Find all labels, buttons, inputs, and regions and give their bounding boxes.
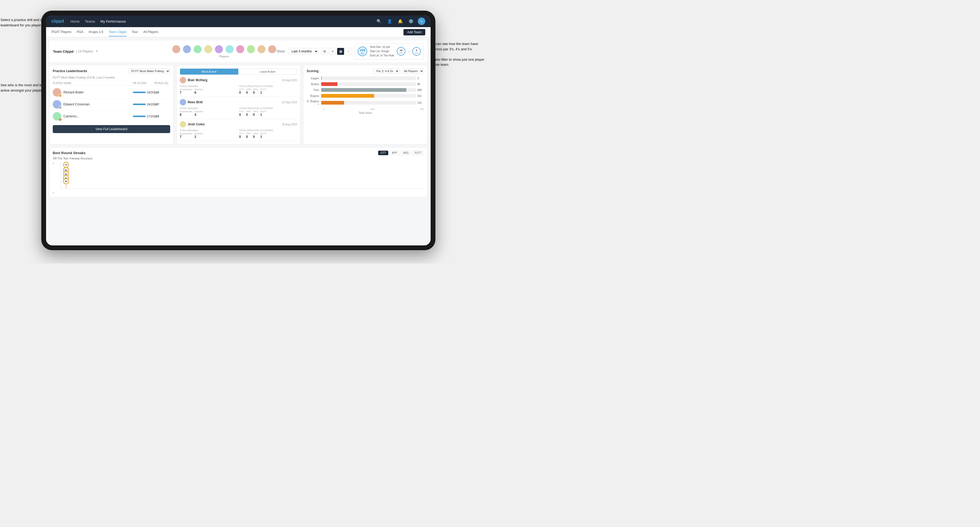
team-header: Team Clippd | 14 Players ✎ xyxy=(49,40,428,62)
shot-badge: 198 SC xyxy=(358,46,367,56)
list-view-btn[interactable]: ≡ xyxy=(329,48,336,55)
ott-col-3: OTT 0 xyxy=(239,132,244,139)
players-filter-select[interactable]: All Players xyxy=(401,68,424,74)
bar-track-pars xyxy=(321,88,416,92)
stat-total-rounds-3: Total Rounds Tournament 7 Practice 2 xyxy=(180,129,237,139)
player-avatar[interactable] xyxy=(193,45,202,54)
add-team-button[interactable]: Add Team xyxy=(403,29,425,35)
shot-details: Shot Dist: 16 yds Start Lie: Rough End L… xyxy=(370,45,394,58)
activity-tabs: Most Active Least Active xyxy=(180,68,297,75)
player-avatar[interactable] xyxy=(172,45,181,54)
bottom-filter-btns: OTT APP ARG PUTT xyxy=(378,151,424,155)
stat-total-rounds-2: Total Rounds Tournament 8 Practice 4 xyxy=(180,107,237,117)
medal-badge-3: 3 xyxy=(59,118,62,121)
tab-most-active[interactable]: Most Active xyxy=(180,69,238,75)
user-avatar[interactable]: U xyxy=(418,17,425,25)
subnav-pga[interactable]: PGA xyxy=(77,28,83,37)
filter-putt[interactable]: PUTT xyxy=(412,151,424,155)
filter-app[interactable]: APP xyxy=(389,151,399,155)
leaderboard-table-header: PLAYER NAME PB SCORE PB AVG SQ xyxy=(53,81,170,86)
app-col-1: APP 0 xyxy=(246,88,251,94)
filter-ott[interactable]: OTT xyxy=(378,151,388,155)
player-avatar[interactable] xyxy=(268,45,277,54)
stat-total-rounds-1: Total Rounds Tournament 7 Practice 6 xyxy=(180,85,237,94)
subnav-all-players[interactable]: All Players xyxy=(143,28,158,37)
stat-practice-activities-1: Total Practice Activities OTT 0 APP 0 xyxy=(239,85,297,94)
app-col-2: APP 0 xyxy=(246,110,251,117)
par-filter-select[interactable]: Par 3, 4 & 5s Par 3s Par 4s Par 5s xyxy=(373,68,399,74)
player-name-2: Edward Crossman xyxy=(64,103,90,106)
player-avatar[interactable] xyxy=(236,45,245,54)
avg-sq-3: 103 xyxy=(154,115,170,118)
activity-date-1: 26 Aug 2023 xyxy=(282,79,297,82)
subnav-pgat[interactable]: PGAT Players xyxy=(51,28,72,37)
rounds-cols-2: Tournament 8 Practice 4 xyxy=(180,110,237,117)
player-avatar[interactable] xyxy=(204,45,213,54)
lb-avatar-2: 2 xyxy=(53,100,61,109)
activity-row-3: Josh Coles 26 Aug 2023 Total Rounds Tour… xyxy=(180,119,297,141)
tournament-col-3: Tournament 7 xyxy=(180,132,192,139)
avg-sq-1: 110 xyxy=(154,91,170,94)
grid-view-btn[interactable]: ⊞ xyxy=(321,48,328,55)
tournament-col-2: Tournament 8 xyxy=(180,110,192,117)
shot-circle-2: 0 yds xyxy=(412,47,421,56)
player-avatar[interactable] xyxy=(225,45,234,54)
bar-label-bogeys: Bogeys xyxy=(307,94,321,97)
ott-col-2: OTT 0 xyxy=(239,110,244,117)
sort-btn[interactable]: ↕ xyxy=(345,48,352,55)
bar-fill-birdies xyxy=(321,82,337,86)
player-avatar[interactable] xyxy=(215,45,223,54)
edit-icon[interactable]: ✎ xyxy=(95,49,98,53)
nav-item-teams[interactable]: Teams xyxy=(85,18,95,24)
subnav-team-clippd[interactable]: Team Clippd xyxy=(109,28,126,37)
show-select[interactable]: Last 3 months Last 6 months Last year xyxy=(288,48,318,55)
practice-activity-cols-2: OTT 0 APP 0 ARG 0 xyxy=(239,110,297,117)
leaderboard-row-2: 2 Edward Crossman 18/20 107 xyxy=(53,98,170,110)
bar-label-pars: Pars xyxy=(307,89,321,92)
user-icon-btn[interactable]: 👤 xyxy=(386,17,393,25)
player-avatars xyxy=(172,45,277,54)
tab-least-active[interactable]: Least Active xyxy=(238,69,297,75)
putt-col-2: PUTT 1 xyxy=(261,110,267,117)
bar-count-eagles: 3 xyxy=(416,77,424,80)
player-avatar[interactable] xyxy=(182,45,191,54)
practice-activity-cols-1: OTT 0 APP 0 ARG 0 xyxy=(239,88,297,94)
nav-item-home[interactable]: Home xyxy=(70,18,80,24)
activity-row-1: Blair McHarg 26 Aug 2023 Total Rounds To… xyxy=(180,75,297,97)
most-active-card: Most Active Least Active Blair McHarg 26… xyxy=(176,65,301,144)
player-avatar[interactable] xyxy=(257,45,266,54)
arg-col-3: ARG 0 xyxy=(253,132,258,139)
card-view-btn[interactable]: ▦ xyxy=(337,48,344,55)
nav-item-my-performance[interactable]: My Performance xyxy=(100,18,126,24)
leaderboard-row-3: 3 Cameron... 17/20 103 xyxy=(53,110,170,122)
player-avatar[interactable] xyxy=(247,45,255,54)
subnav-hcaps[interactable]: Hcaps 1-5 xyxy=(89,28,103,37)
practice-col-1: Practice 6 xyxy=(194,88,203,94)
scoring-header: Scoring Par 3, 4 & 5s Par 3s Par 4s Par … xyxy=(307,68,424,74)
activity-header-1: Blair McHarg 26 Aug 2023 xyxy=(180,77,297,83)
search-icon-btn[interactable]: 🔍 xyxy=(375,17,383,25)
subnav-tour[interactable]: Tour xyxy=(132,28,138,37)
bar-label-eagles: Eagles xyxy=(307,77,321,80)
settings-icon-btn[interactable]: ⚙️ xyxy=(407,17,415,25)
shot-arrow: → xyxy=(407,49,410,54)
shot-card: 198 SC Shot Dist: 16 yds Start Lie: Roug… xyxy=(355,43,424,60)
bar-track-bogeys xyxy=(321,94,416,98)
col-pb-avg: PB AVG SQ xyxy=(154,82,170,85)
activity-avatar-2 xyxy=(180,99,186,105)
filter-arg[interactable]: ARG xyxy=(401,151,411,155)
rounds-cols-3: Tournament 7 Practice 2 xyxy=(180,132,237,139)
bell-icon-btn[interactable]: 🔔 xyxy=(396,17,404,25)
lb-avatar-3: 3 xyxy=(53,112,61,121)
drill-select[interactable]: PUTT Must Make Putting Drive Accuracy xyxy=(128,68,170,74)
bar-label-birdies: Birdies xyxy=(307,83,321,86)
activity-row-2: Rees Britt 02 Sep 2023 Total Rounds Tour… xyxy=(180,97,297,119)
shot-circle-1: 16 yds xyxy=(397,47,405,56)
navbar: clippd Home Teams My Performance 🔍 👤 🔔 ⚙… xyxy=(46,16,431,27)
activity-name-1: Blair McHarg xyxy=(180,77,207,83)
content-grid: Practice Leaderboards PUTT Must Make Put… xyxy=(49,65,428,144)
view-full-leaderboard-button[interactable]: View Full Leaderboard xyxy=(53,125,170,133)
bottom-title: Best Round Streaks xyxy=(53,151,86,155)
players-label: Players xyxy=(219,55,229,58)
activity-avatar-3 xyxy=(180,121,186,127)
